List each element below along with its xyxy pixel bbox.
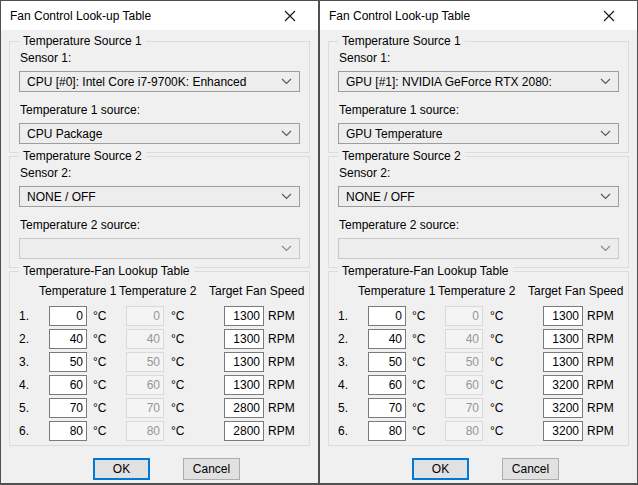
temp1-input[interactable]: [368, 352, 406, 372]
temp2-source-label: Temperature 2 source:: [20, 218, 300, 232]
temp1-input[interactable]: [49, 375, 87, 395]
temp1-input[interactable]: [368, 398, 406, 418]
temp2-input: [126, 306, 164, 326]
fan-speed-input[interactable]: [543, 306, 583, 326]
table-header: Temperature 1 Temperature 2 Target Fan S…: [19, 284, 300, 298]
row-number: 6.: [19, 424, 41, 438]
table-row: 2. °C °C RPM: [19, 329, 300, 349]
temp1-unit: °C: [93, 332, 114, 346]
temp1-source-value: GPU Temperature: [346, 127, 596, 141]
cancel-button[interactable]: Cancel: [183, 458, 240, 480]
chevron-down-icon: [600, 193, 611, 200]
temp2-unit: °C: [490, 332, 511, 346]
temp1-unit: °C: [412, 309, 433, 323]
temp1-input[interactable]: [49, 306, 87, 326]
temp1-source-select[interactable]: GPU Temperature: [338, 123, 619, 144]
fan-speed-unit: RPM: [268, 378, 295, 392]
temp1-input[interactable]: [49, 329, 87, 349]
temp2-input: [126, 352, 164, 372]
temp2-unit: °C: [171, 424, 192, 438]
table-rows: 1. °C °C RPM 2. °C °C RPM: [338, 306, 619, 441]
temp2-input: [126, 398, 164, 418]
fan-speed-unit: RPM: [587, 401, 614, 415]
fan-speed-input[interactable]: [543, 375, 583, 395]
temp2-input: [445, 352, 483, 372]
temp2-source-select: [338, 238, 619, 259]
fan-speed-unit: RPM: [587, 424, 614, 438]
temp1-unit: °C: [93, 424, 114, 438]
ok-button[interactable]: OK: [93, 458, 150, 480]
fan-speed-unit: RPM: [587, 355, 614, 369]
fan-speed-input[interactable]: [224, 375, 264, 395]
chevron-down-icon: [281, 130, 292, 137]
fan-speed-input[interactable]: [543, 398, 583, 418]
title-bar[interactable]: Fan Control Look-up Table: [1, 1, 318, 30]
col-temperature-1: Temperature 1: [358, 284, 426, 298]
sensor1-select[interactable]: GPU [#1]: NVIDIA GeForce RTX 2080:: [338, 71, 619, 92]
fan-speed-input[interactable]: [543, 421, 583, 441]
title-bar[interactable]: Fan Control Look-up Table: [320, 1, 637, 30]
temp1-unit: °C: [412, 378, 433, 392]
sensor1-value: CPU [#0]: Intel Core i7-9700K: Enhanced: [27, 75, 277, 89]
close-button[interactable]: [270, 1, 310, 30]
temp2-input: [126, 421, 164, 441]
temp2-input: [126, 375, 164, 395]
lookup-table-group: Temperature-Fan Lookup Table Temperature…: [9, 271, 310, 446]
fan-speed-input[interactable]: [224, 306, 264, 326]
cancel-button[interactable]: Cancel: [502, 458, 559, 480]
temperature-source-2-group: Temperature Source 2 Sensor 2: NONE / OF…: [328, 156, 629, 268]
temp1-input[interactable]: [368, 375, 406, 395]
table-row: 2. °C °C RPM: [338, 329, 619, 349]
temp1-source-select[interactable]: CPU Package: [19, 123, 300, 144]
sensor2-select[interactable]: NONE / OFF: [19, 186, 300, 207]
row-number: 6.: [338, 424, 360, 438]
temp2-unit: °C: [171, 378, 192, 392]
ok-button[interactable]: OK: [412, 458, 469, 480]
sensor1-label: Sensor 1:: [20, 51, 300, 65]
row-number: 2.: [338, 332, 360, 346]
temp2-unit: °C: [171, 355, 192, 369]
temp1-input[interactable]: [368, 421, 406, 441]
row-number: 5.: [19, 401, 41, 415]
temp1-input[interactable]: [368, 306, 406, 326]
temp1-unit: °C: [93, 378, 114, 392]
close-button[interactable]: [589, 1, 629, 30]
temp2-input: [445, 329, 483, 349]
close-icon: [603, 10, 615, 22]
row-number: 2.: [19, 332, 41, 346]
fan-speed-unit: RPM: [587, 378, 614, 392]
table-row: 4. °C °C RPM: [338, 375, 619, 395]
fan-speed-input[interactable]: [543, 329, 583, 349]
temp1-input[interactable]: [49, 352, 87, 372]
fan-speed-input[interactable]: [224, 421, 264, 441]
sensor2-label: Sensor 2:: [20, 166, 300, 180]
chevron-down-icon: [281, 78, 292, 85]
temp2-unit: °C: [171, 401, 192, 415]
table-row: 3. °C °C RPM: [338, 352, 619, 372]
row-number: 1.: [338, 309, 360, 323]
temp1-input[interactable]: [368, 329, 406, 349]
sensor1-label: Sensor 1:: [339, 51, 619, 65]
fan-speed-input[interactable]: [543, 352, 583, 372]
sensor1-select[interactable]: CPU [#0]: Intel Core i7-9700K: Enhanced: [19, 71, 300, 92]
fan-speed-input[interactable]: [224, 329, 264, 349]
temp2-input: [445, 398, 483, 418]
row-number: 1.: [19, 309, 41, 323]
sensor2-select[interactable]: NONE / OFF: [338, 186, 619, 207]
group-label: Temperature-Fan Lookup Table: [338, 264, 513, 279]
temp2-unit: °C: [171, 332, 192, 346]
temp2-input: [445, 421, 483, 441]
row-number: 4.: [19, 378, 41, 392]
chevron-down-icon: [600, 245, 611, 252]
temp2-source-label: Temperature 2 source:: [339, 218, 619, 232]
fan-speed-input[interactable]: [224, 398, 264, 418]
col-target-fan-speed: Target Fan Speed: [528, 284, 616, 298]
fan-speed-input[interactable]: [224, 352, 264, 372]
col-temperature-2: Temperature 2: [119, 284, 189, 298]
temp1-input[interactable]: [49, 421, 87, 441]
temp1-input[interactable]: [49, 398, 87, 418]
table-row: 6. °C °C RPM: [19, 421, 300, 441]
fan-speed-unit: RPM: [587, 332, 614, 346]
row-number: 3.: [19, 355, 41, 369]
button-row: OK Cancel: [1, 458, 318, 480]
